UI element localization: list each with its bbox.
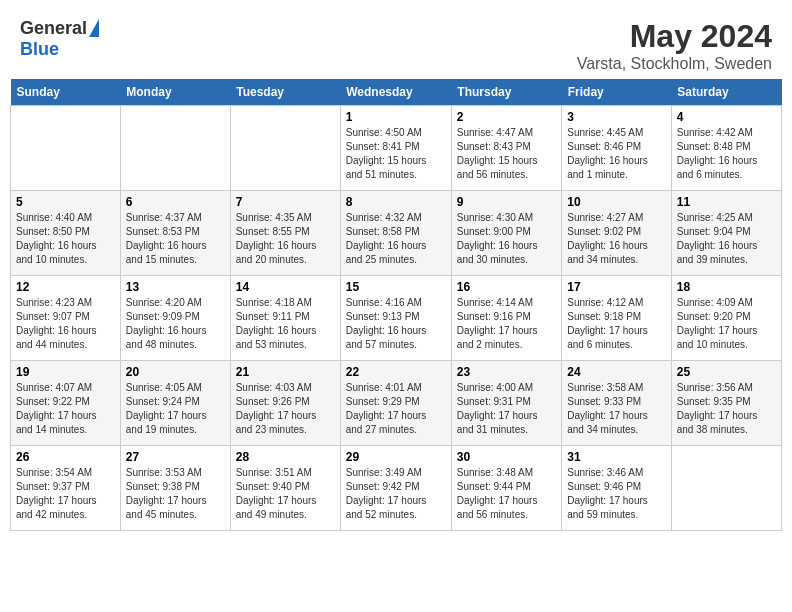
day-number: 2 [457, 110, 556, 124]
day-info: Sunrise: 4:00 AM Sunset: 9:31 PM Dayligh… [457, 381, 556, 437]
day-number: 24 [567, 365, 666, 379]
calendar-cell: 20Sunrise: 4:05 AM Sunset: 9:24 PM Dayli… [120, 361, 230, 446]
calendar-cell: 26Sunrise: 3:54 AM Sunset: 9:37 PM Dayli… [11, 446, 121, 531]
day-number: 12 [16, 280, 115, 294]
day-info: Sunrise: 4:27 AM Sunset: 9:02 PM Dayligh… [567, 211, 666, 267]
calendar-cell: 14Sunrise: 4:18 AM Sunset: 9:11 PM Dayli… [230, 276, 340, 361]
week-row-5: 26Sunrise: 3:54 AM Sunset: 9:37 PM Dayli… [11, 446, 782, 531]
calendar-cell: 5Sunrise: 4:40 AM Sunset: 8:50 PM Daylig… [11, 191, 121, 276]
day-number: 16 [457, 280, 556, 294]
weekday-header-saturday: Saturday [671, 79, 781, 106]
logo-triangle-icon [89, 19, 99, 37]
day-number: 25 [677, 365, 776, 379]
day-info: Sunrise: 4:25 AM Sunset: 9:04 PM Dayligh… [677, 211, 776, 267]
day-info: Sunrise: 4:01 AM Sunset: 9:29 PM Dayligh… [346, 381, 446, 437]
day-info: Sunrise: 4:16 AM Sunset: 9:13 PM Dayligh… [346, 296, 446, 352]
weekday-header-tuesday: Tuesday [230, 79, 340, 106]
week-row-3: 12Sunrise: 4:23 AM Sunset: 9:07 PM Dayli… [11, 276, 782, 361]
weekday-header-wednesday: Wednesday [340, 79, 451, 106]
calendar-cell: 1Sunrise: 4:50 AM Sunset: 8:41 PM Daylig… [340, 106, 451, 191]
calendar-cell: 7Sunrise: 4:35 AM Sunset: 8:55 PM Daylig… [230, 191, 340, 276]
calendar-cell: 31Sunrise: 3:46 AM Sunset: 9:46 PM Dayli… [562, 446, 672, 531]
day-info: Sunrise: 4:12 AM Sunset: 9:18 PM Dayligh… [567, 296, 666, 352]
calendar-cell: 23Sunrise: 4:00 AM Sunset: 9:31 PM Dayli… [451, 361, 561, 446]
day-number: 20 [126, 365, 225, 379]
day-info: Sunrise: 4:20 AM Sunset: 9:09 PM Dayligh… [126, 296, 225, 352]
day-info: Sunrise: 4:14 AM Sunset: 9:16 PM Dayligh… [457, 296, 556, 352]
calendar-cell: 30Sunrise: 3:48 AM Sunset: 9:44 PM Dayli… [451, 446, 561, 531]
day-info: Sunrise: 3:46 AM Sunset: 9:46 PM Dayligh… [567, 466, 666, 522]
calendar-cell: 24Sunrise: 3:58 AM Sunset: 9:33 PM Dayli… [562, 361, 672, 446]
day-number: 19 [16, 365, 115, 379]
day-info: Sunrise: 4:45 AM Sunset: 8:46 PM Dayligh… [567, 126, 666, 182]
calendar-cell: 9Sunrise: 4:30 AM Sunset: 9:00 PM Daylig… [451, 191, 561, 276]
day-info: Sunrise: 3:58 AM Sunset: 9:33 PM Dayligh… [567, 381, 666, 437]
day-number: 27 [126, 450, 225, 464]
day-number: 10 [567, 195, 666, 209]
day-number: 7 [236, 195, 335, 209]
day-number: 5 [16, 195, 115, 209]
day-number: 23 [457, 365, 556, 379]
calendar-cell: 10Sunrise: 4:27 AM Sunset: 9:02 PM Dayli… [562, 191, 672, 276]
calendar-cell: 19Sunrise: 4:07 AM Sunset: 9:22 PM Dayli… [11, 361, 121, 446]
calendar-cell: 27Sunrise: 3:53 AM Sunset: 9:38 PM Dayli… [120, 446, 230, 531]
calendar-cell: 4Sunrise: 4:42 AM Sunset: 8:48 PM Daylig… [671, 106, 781, 191]
day-info: Sunrise: 4:23 AM Sunset: 9:07 PM Dayligh… [16, 296, 115, 352]
calendar-cell: 21Sunrise: 4:03 AM Sunset: 9:26 PM Dayli… [230, 361, 340, 446]
week-row-2: 5Sunrise: 4:40 AM Sunset: 8:50 PM Daylig… [11, 191, 782, 276]
day-number: 3 [567, 110, 666, 124]
logo-general-text: General [20, 18, 87, 39]
calendar-cell: 25Sunrise: 3:56 AM Sunset: 9:35 PM Dayli… [671, 361, 781, 446]
calendar-cell: 18Sunrise: 4:09 AM Sunset: 9:20 PM Dayli… [671, 276, 781, 361]
calendar-cell: 15Sunrise: 4:16 AM Sunset: 9:13 PM Dayli… [340, 276, 451, 361]
day-number: 11 [677, 195, 776, 209]
calendar-cell: 8Sunrise: 4:32 AM Sunset: 8:58 PM Daylig… [340, 191, 451, 276]
day-number: 17 [567, 280, 666, 294]
calendar-table: SundayMondayTuesdayWednesdayThursdayFrid… [10, 79, 782, 531]
calendar-cell: 13Sunrise: 4:20 AM Sunset: 9:09 PM Dayli… [120, 276, 230, 361]
page-header: General Blue May 2024 Varsta, Stockholm,… [10, 10, 782, 79]
day-info: Sunrise: 3:48 AM Sunset: 9:44 PM Dayligh… [457, 466, 556, 522]
day-number: 31 [567, 450, 666, 464]
day-number: 14 [236, 280, 335, 294]
day-info: Sunrise: 3:53 AM Sunset: 9:38 PM Dayligh… [126, 466, 225, 522]
calendar-cell: 22Sunrise: 4:01 AM Sunset: 9:29 PM Dayli… [340, 361, 451, 446]
day-number: 28 [236, 450, 335, 464]
weekday-header-monday: Monday [120, 79, 230, 106]
day-number: 22 [346, 365, 446, 379]
day-info: Sunrise: 4:37 AM Sunset: 8:53 PM Dayligh… [126, 211, 225, 267]
day-number: 29 [346, 450, 446, 464]
month-title: May 2024 [577, 18, 772, 55]
day-number: 30 [457, 450, 556, 464]
day-info: Sunrise: 4:30 AM Sunset: 9:00 PM Dayligh… [457, 211, 556, 267]
logo-blue-text: Blue [20, 39, 59, 60]
calendar-cell: 29Sunrise: 3:49 AM Sunset: 9:42 PM Dayli… [340, 446, 451, 531]
weekday-header-thursday: Thursday [451, 79, 561, 106]
logo: General Blue [20, 18, 99, 60]
calendar-cell: 11Sunrise: 4:25 AM Sunset: 9:04 PM Dayli… [671, 191, 781, 276]
weekday-header-row: SundayMondayTuesdayWednesdayThursdayFrid… [11, 79, 782, 106]
calendar-cell: 17Sunrise: 4:12 AM Sunset: 9:18 PM Dayli… [562, 276, 672, 361]
calendar-cell: 2Sunrise: 4:47 AM Sunset: 8:43 PM Daylig… [451, 106, 561, 191]
day-number: 26 [16, 450, 115, 464]
day-info: Sunrise: 3:54 AM Sunset: 9:37 PM Dayligh… [16, 466, 115, 522]
day-info: Sunrise: 4:18 AM Sunset: 9:11 PM Dayligh… [236, 296, 335, 352]
day-number: 15 [346, 280, 446, 294]
week-row-1: 1Sunrise: 4:50 AM Sunset: 8:41 PM Daylig… [11, 106, 782, 191]
day-info: Sunrise: 4:32 AM Sunset: 8:58 PM Dayligh… [346, 211, 446, 267]
calendar-cell [230, 106, 340, 191]
calendar-cell [120, 106, 230, 191]
calendar-cell [671, 446, 781, 531]
day-info: Sunrise: 3:56 AM Sunset: 9:35 PM Dayligh… [677, 381, 776, 437]
weekday-header-friday: Friday [562, 79, 672, 106]
weekday-header-sunday: Sunday [11, 79, 121, 106]
week-row-4: 19Sunrise: 4:07 AM Sunset: 9:22 PM Dayli… [11, 361, 782, 446]
day-info: Sunrise: 4:40 AM Sunset: 8:50 PM Dayligh… [16, 211, 115, 267]
day-number: 13 [126, 280, 225, 294]
calendar-cell: 16Sunrise: 4:14 AM Sunset: 9:16 PM Dayli… [451, 276, 561, 361]
day-number: 8 [346, 195, 446, 209]
day-number: 1 [346, 110, 446, 124]
calendar-cell: 12Sunrise: 4:23 AM Sunset: 9:07 PM Dayli… [11, 276, 121, 361]
day-info: Sunrise: 4:07 AM Sunset: 9:22 PM Dayligh… [16, 381, 115, 437]
day-number: 6 [126, 195, 225, 209]
